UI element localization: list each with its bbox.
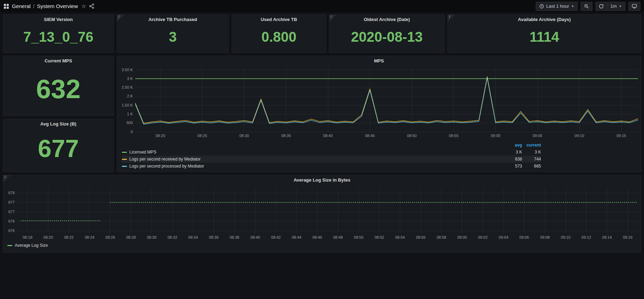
legend-current-value: 665: [522, 164, 541, 169]
svg-text:09:00: 09:00: [457, 235, 467, 239]
stat-value-oldest-archive-date: 2020-08-13: [329, 24, 444, 53]
svg-text:09:10: 09:10: [561, 235, 571, 239]
zoom-out-time-button[interactable]: [581, 2, 592, 11]
svg-text:08:48: 08:48: [333, 235, 343, 239]
cycle-view-mode-button[interactable]: [628, 2, 640, 11]
panel-siem-version: SIEM Version 7_13_0_76: [3, 14, 114, 53]
svg-text:08:28: 08:28: [126, 235, 136, 239]
panel-title-mps[interactable]: MPS: [117, 56, 641, 65]
svg-text:08:55: 08:55: [449, 134, 459, 138]
breadcrumb-folder[interactable]: General: [12, 3, 30, 9]
breadcrumb-separator: /: [33, 3, 34, 9]
svg-text:08:38: 08:38: [229, 235, 239, 239]
panel-title-archive-tb-purchased[interactable]: Archive TB Purchased: [117, 15, 228, 24]
svg-text:08:56: 08:56: [416, 235, 426, 239]
svg-text:09:00: 09:00: [491, 134, 501, 138]
svg-text:08:35: 08:35: [281, 134, 291, 138]
refresh-button[interactable]: [595, 2, 607, 11]
stat-value-archive-tb-purchased: 3: [117, 24, 228, 53]
panel-info-icon[interactable]: i: [329, 15, 336, 22]
panel-title-oldest-archive-date[interactable]: Oldest Archive (Date): [329, 15, 444, 24]
svg-text:2.50 K: 2.50 K: [122, 85, 133, 89]
star-dashboard-icon[interactable]: ☆: [81, 3, 86, 9]
svg-text:08:50: 08:50: [354, 235, 364, 239]
svg-text:08:30: 08:30: [239, 134, 249, 138]
panel-title-avg-log-size-bytes[interactable]: Average Log Size in Bytes: [3, 175, 641, 184]
clock-icon: [539, 4, 544, 9]
svg-text:08:24: 08:24: [85, 235, 95, 239]
svg-text:08:22: 08:22: [64, 235, 74, 239]
panel-current-mps: Current MPS 632: [3, 56, 114, 116]
legend-avg-value: 638: [503, 157, 522, 162]
panel-info-icon[interactable]: i: [448, 15, 455, 22]
refresh-interval-picker[interactable]: 1m ▼: [607, 2, 625, 11]
svg-text:08:54: 08:54: [395, 235, 405, 239]
panel-title-siem-version[interactable]: SIEM Version: [3, 15, 114, 24]
stat-value-avg-log-size: 677: [3, 128, 114, 172]
zoom-out-icon: [584, 4, 589, 9]
svg-text:08:20: 08:20: [156, 134, 165, 138]
svg-text:1.50 K: 1.50 K: [122, 103, 133, 107]
panel-available-archive-days: i Available Archive (Days) 1114: [447, 14, 641, 53]
legend-column-current[interactable]: current: [522, 143, 541, 148]
legend-item-logs-received[interactable]: Logs per second received by Mediator 638…: [122, 156, 541, 163]
panel-title-current-mps[interactable]: Current MPS: [3, 56, 114, 65]
series-marker-icon: [122, 159, 127, 160]
legend-avg-value: 573: [503, 164, 522, 169]
panel-info-icon[interactable]: i: [117, 15, 124, 22]
breadcrumb: General / System Overview: [12, 3, 78, 9]
legend-current-value: 744: [522, 157, 541, 162]
refresh-interval-label: 1m: [610, 4, 617, 9]
svg-text:09:05: 09:05: [533, 134, 542, 138]
apps-grid-icon[interactable]: [4, 4, 9, 9]
svg-text:08:45: 08:45: [365, 134, 375, 138]
stat-row: SIEM Version 7_13_0_76 i Archive TB Purc…: [3, 14, 641, 53]
mps-chart-canvas[interactable]: 05001 K1.50 K2 K2.50 K3 K3.50 K08:2008:2…: [117, 65, 641, 141]
panel-used-archive-tb: Used Archive TB 0.800: [232, 14, 326, 53]
legend-column-avg[interactable]: avg: [503, 143, 522, 148]
legend-label: Average Log Size: [15, 243, 48, 248]
legend-item-licensed-mps[interactable]: Licensed MPS 3 K 3 K: [122, 149, 541, 156]
svg-text:09:14: 09:14: [602, 235, 612, 239]
svg-text:677: 677: [8, 200, 15, 204]
refresh-icon: [599, 4, 604, 9]
stat-value-used-archive-tb: 0.800: [232, 24, 326, 53]
mps-stat-column: Current MPS 632 Avg Log Size (B) 677: [3, 56, 114, 172]
svg-text:3 K: 3 K: [127, 76, 133, 81]
svg-text:08:50: 08:50: [407, 134, 417, 138]
mps-legend-header: avg current: [122, 142, 541, 149]
svg-text:08:30: 08:30: [147, 235, 157, 239]
chevron-down-icon: ▼: [619, 5, 622, 8]
monitor-icon: [632, 4, 637, 9]
panel-archive-tb-purchased: i Archive TB Purchased 3: [117, 14, 229, 53]
series-marker-icon: [122, 152, 127, 153]
dashboard-header: General / System Overview ☆ Last 1 hour …: [0, 0, 644, 12]
legend-avg-value: 3 K: [503, 150, 522, 155]
legend-label: Logs per second processed by Mediator: [129, 164, 204, 169]
svg-text:08:58: 08:58: [437, 235, 446, 239]
svg-text:676: 676: [8, 229, 15, 233]
time-range-picker[interactable]: Last 1 hour ▼: [536, 2, 578, 11]
panel-mps-chart: MPS 05001 K1.50 K2 K2.50 K3 K3.50 K08:20…: [117, 56, 641, 172]
dashboard-grid: SIEM Version 7_13_0_76 i Archive TB Purc…: [0, 12, 644, 255]
svg-text:09:10: 09:10: [575, 134, 584, 138]
breadcrumb-dashboard-title[interactable]: System Overview: [37, 3, 78, 9]
panel-title-avg-log-size[interactable]: Avg Log Size (B): [3, 119, 114, 128]
svg-text:09:06: 09:06: [519, 235, 529, 239]
legend-item-logs-processed[interactable]: Logs per second processed by Mediator 57…: [122, 163, 541, 170]
panel-title-available-archive-days[interactable]: Available Archive (Days): [448, 15, 641, 24]
stat-value-siem-version: 7_13_0_76: [3, 24, 114, 53]
series-marker-icon: [122, 166, 127, 167]
svg-text:676: 676: [8, 219, 15, 223]
chevron-down-icon: ▼: [571, 5, 574, 8]
mps-legend: avg current Licensed MPS 3 K 3 K Logs pe…: [117, 142, 641, 170]
svg-text:1 K: 1 K: [127, 112, 133, 116]
avg-log-size-chart-canvas[interactable]: 67667667767767808:1808:2008:2208:2408:26…: [3, 184, 641, 242]
panel-title-used-archive-tb[interactable]: Used Archive TB: [232, 15, 326, 24]
share-dashboard-icon[interactable]: [89, 4, 94, 9]
panel-info-icon[interactable]: i: [3, 175, 10, 182]
legend-current-value: 3 K: [522, 150, 541, 155]
svg-text:09:16: 09:16: [623, 235, 633, 239]
legend-item-average-log-size[interactable]: Average Log Size: [3, 242, 641, 249]
svg-text:08:42: 08:42: [271, 235, 281, 239]
